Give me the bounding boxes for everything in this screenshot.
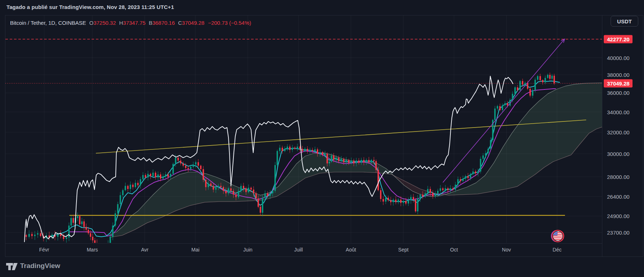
symbol-title: Bitcoin / Tether, 1D, COINBASE — [10, 20, 86, 26]
time-axis-label: Nov — [502, 247, 511, 253]
tradingview-logo-icon[interactable] — [6, 261, 18, 272]
time-axis-label: Juill — [294, 247, 303, 253]
close-label: C — [178, 20, 182, 26]
low-label: B — [149, 20, 152, 26]
price-axis-badge: 37049.28 — [604, 79, 633, 87]
low-value: 36870.16 — [152, 20, 175, 26]
time-axis-label: Mars — [87, 247, 98, 253]
open-label: O — [89, 20, 93, 26]
footer-bar: TradingView — [0, 257, 644, 277]
time-axis-label: Août — [346, 247, 356, 253]
time-axis-label: Juin — [243, 247, 252, 253]
high-value: 37347.75 — [123, 20, 146, 26]
time-axis-label: Avr — [141, 247, 149, 253]
grid-lines — [5, 15, 602, 243]
high-label: H — [119, 20, 123, 26]
time-axis-label: Mai — [191, 247, 200, 253]
price-axis[interactable]: 42277.2040000.0038000.0037049.2836000.00… — [602, 15, 644, 243]
us-flag-event-icon[interactable] — [551, 230, 564, 242]
price-axis-label: 26400.00 — [607, 193, 630, 199]
tradingview-snapshot-page: Tagado a publié sur TradingView.com, Nov… — [0, 0, 644, 277]
time-axis-label: Févr — [39, 247, 49, 253]
time-axis-label: Déc — [553, 247, 562, 253]
price-axis-label: 30000.00 — [607, 151, 630, 157]
price-axis-label: 40000.00 — [607, 55, 630, 61]
price-chart[interactable] — [0, 0, 644, 277]
price-axis-badge: 42277.20 — [604, 35, 633, 43]
time-axis[interactable]: FévrMarsAvrMaiJuinJuillAoûtSeptOctNovDéc — [5, 243, 602, 257]
price-axis-label: 32000.00 — [607, 129, 630, 135]
tradingview-brand-link[interactable]: TradingView — [20, 262, 60, 270]
price-axis-label: 28000.00 — [607, 174, 630, 180]
ichimoku-cloud — [110, 83, 602, 238]
time-axis-label: Sept — [398, 247, 409, 253]
price-axis-label: 23700.00 — [607, 230, 630, 236]
price-axis-label: 36000.00 — [607, 90, 630, 96]
price-axis-label: 24900.00 — [607, 213, 630, 219]
price-axis-divider — [602, 15, 602, 257]
symbol-header[interactable]: Bitcoin / Tether, 1D, COINBASE O37250.32… — [10, 19, 251, 26]
price-axis-label: 38000.00 — [607, 72, 630, 78]
close-value: 37049.28 — [182, 20, 205, 26]
price-axis-label: 34000.00 — [607, 109, 630, 115]
open-value: 37250.32 — [93, 20, 116, 26]
plot-area[interactable] — [5, 15, 602, 272]
time-axis-label: Oct — [450, 247, 458, 253]
white-overlay-line — [24, 76, 513, 242]
change-value: −200.73 (−0.54%) — [208, 20, 251, 26]
